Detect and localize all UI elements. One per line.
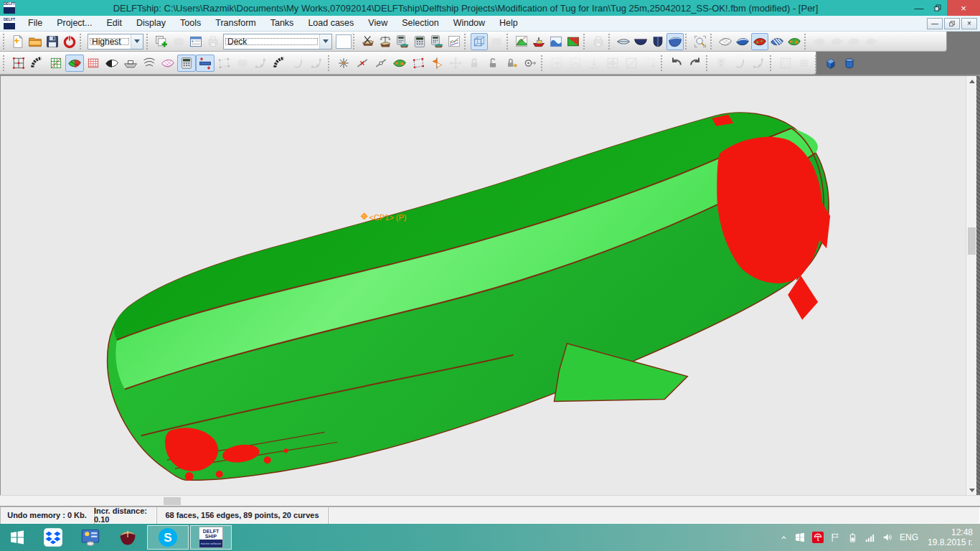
calculator-button[interactable]: [411, 33, 428, 50]
design-hydrostatics-button[interactable]: [394, 33, 411, 50]
view-bodyplan-button[interactable]: [649, 33, 666, 50]
toolbar-drag-handle[interactable]: [710, 34, 715, 50]
menu-transform[interactable]: Transform: [208, 16, 263, 32]
menu-help[interactable]: Help: [492, 16, 525, 32]
shade-zebra-button[interactable]: [768, 33, 786, 50]
points-button[interactable]: [334, 55, 353, 72]
menu-tanks[interactable]: Tanks: [263, 16, 301, 32]
stability-button[interactable]: [530, 33, 547, 50]
windows-tray-icon[interactable]: [794, 532, 806, 543]
new-face-button[interactable]: [409, 55, 428, 72]
solid-cylinder-button[interactable]: [840, 55, 859, 72]
shade-solid-button[interactable]: [734, 33, 751, 50]
vertical-scroll-thumb[interactable]: [968, 227, 976, 255]
mdi-minimize-button[interactable]: —: [927, 18, 943, 29]
lock-selected-button[interactable]: [502, 55, 521, 72]
control-curves-button[interactable]: [28, 55, 47, 72]
menu-loadcases[interactable]: Load cases: [301, 16, 361, 32]
toolbar-drag-handle[interactable]: [706, 55, 710, 71]
taskbar-hull-app[interactable]: [109, 524, 146, 551]
taskbar-display-settings[interactable]: [72, 524, 109, 551]
combo-dropdown-button[interactable]: [131, 34, 143, 49]
scroll-up-arrow[interactable]: [966, 76, 977, 86]
wireframe-box-button[interactable]: [471, 33, 488, 50]
control-net-button[interactable]: [9, 55, 28, 72]
toolbar-drag-handle[interactable]: [464, 34, 468, 50]
menu-edit[interactable]: Edit: [99, 16, 129, 32]
menu-project[interactable]: Project...: [50, 16, 99, 32]
hydrostatic-features-button[interactable]: [196, 55, 215, 72]
collapse-edge-button[interactable]: [353, 55, 372, 72]
view-plan-button[interactable]: [615, 33, 632, 50]
minimize-button[interactable]: —: [910, 0, 928, 16]
view-perspective-button[interactable]: [666, 33, 684, 50]
calculations-button[interactable]: [177, 55, 196, 72]
solid-cube-button[interactable]: [821, 55, 840, 72]
interior-edges-button[interactable]: [65, 55, 84, 72]
volume-icon[interactable]: [882, 532, 893, 543]
hydrostatics-button[interactable]: [377, 33, 394, 50]
taskbar-delftship[interactable]: DELFT SHIP marine software: [190, 525, 232, 550]
toolbar-drag-handle[interactable]: [608, 34, 613, 50]
restore-button[interactable]: [928, 0, 947, 16]
stations-button[interactable]: [121, 55, 140, 72]
clock[interactable]: 12:48 19.8.2015 г.: [928, 527, 973, 547]
network-signal-icon[interactable]: [864, 532, 875, 543]
intersect-layers-button[interactable]: [359, 33, 377, 50]
hidden-icons-arrow[interactable]: [780, 534, 788, 542]
action-center-flag-icon[interactable]: [830, 532, 841, 543]
resistance-button[interactable]: [428, 33, 446, 50]
toolbar-drag-handle[interactable]: [583, 34, 588, 50]
waves-button[interactable]: [547, 33, 565, 50]
stations-grid-button[interactable]: [84, 55, 103, 72]
avira-icon[interactable]: [812, 532, 824, 543]
shade-gauss-button[interactable]: [751, 33, 768, 50]
toolbar-drag-handle[interactable]: [770, 55, 774, 71]
toolbar-drag-handle[interactable]: [507, 34, 511, 50]
toolbar-drag-handle[interactable]: [3, 55, 7, 71]
menu-app-icon[interactable]: DELFT: [4, 18, 15, 29]
view-profile-button[interactable]: [632, 33, 649, 50]
language-indicator[interactable]: ENG: [900, 532, 918, 542]
taskbar-dropbox[interactable]: [34, 524, 72, 551]
menu-selection[interactable]: Selection: [395, 16, 446, 32]
scroll-down-arrow[interactable]: [966, 485, 977, 495]
layer-properties-button[interactable]: [187, 33, 204, 50]
close-button[interactable]: ×: [947, 0, 980, 16]
perspective-viewport[interactable]: <CP1> (P): [0, 75, 980, 495]
plate-developments-button[interactable]: [565, 33, 582, 50]
layer-color-swatch[interactable]: [336, 34, 352, 49]
shade-wireframe-button[interactable]: [717, 33, 734, 50]
new-file-button[interactable]: [9, 33, 27, 50]
zoom-extents-button[interactable]: [692, 33, 709, 50]
battery-icon[interactable]: [847, 532, 858, 543]
toolbar-drag-handle[interactable]: [661, 55, 665, 71]
buttocks-button[interactable]: [103, 55, 121, 72]
toolbar-drag-handle[interactable]: [3, 34, 7, 50]
toolbar-drag-handle[interactable]: [804, 34, 809, 50]
horizontal-scrollbar[interactable]: [0, 495, 980, 506]
menu-display[interactable]: Display: [129, 16, 173, 32]
menu-tools[interactable]: Tools: [173, 16, 208, 32]
redo-button[interactable]: [686, 55, 705, 72]
toolbar-drag-handle[interactable]: [815, 55, 819, 71]
flip-normals-button[interactable]: [428, 55, 446, 72]
control-point-marker[interactable]: [361, 212, 368, 220]
precision-combobox[interactable]: Highest: [88, 34, 143, 50]
waterlines-button[interactable]: [140, 55, 159, 72]
check-developability-button[interactable]: [390, 55, 409, 72]
vertical-scrollbar[interactable]: [966, 76, 976, 495]
exit-button[interactable]: [61, 33, 78, 50]
unlock-points-button[interactable]: [484, 55, 502, 72]
sectional-areas-button[interactable]: [513, 33, 530, 50]
add-layer-button[interactable]: [153, 33, 170, 50]
toolbar-drag-handle[interactable]: [353, 34, 357, 50]
menu-view[interactable]: View: [361, 16, 395, 32]
split-edge-button[interactable]: [372, 55, 390, 72]
layer-combobox[interactable]: Deck: [223, 34, 332, 50]
save-button[interactable]: [44, 33, 61, 50]
mdi-close-button[interactable]: ×: [961, 18, 977, 29]
shade-developability-button[interactable]: [786, 33, 803, 50]
start-button[interactable]: [0, 524, 34, 551]
curves-graph-button[interactable]: [446, 33, 463, 50]
